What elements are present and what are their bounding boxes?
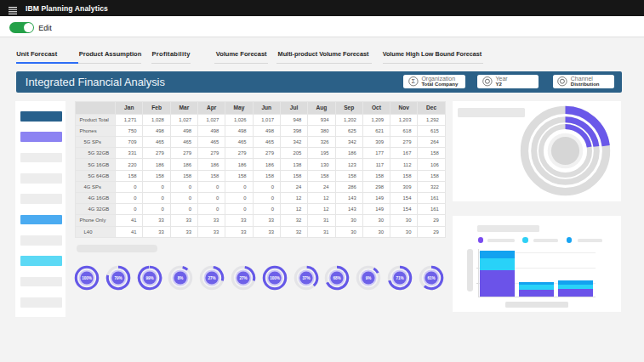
svg-text:100%: 100%: [270, 276, 280, 280]
svg-text:8%: 8%: [178, 276, 184, 280]
svg-text:9%: 9%: [366, 276, 372, 280]
svg-text:37%: 37%: [302, 276, 310, 280]
svg-text:61%: 61%: [427, 276, 435, 280]
svg-text:79%: 79%: [114, 276, 122, 280]
svg-text:71%: 71%: [396, 276, 403, 280]
svg-text:100%: 100%: [82, 276, 92, 280]
svg-text:99%: 99%: [145, 276, 153, 280]
svg-text:27%: 27%: [239, 276, 247, 280]
svg-text:Σ: Σ: [412, 78, 415, 84]
svg-text:68%: 68%: [333, 276, 341, 280]
svg-text:27%: 27%: [208, 276, 216, 280]
